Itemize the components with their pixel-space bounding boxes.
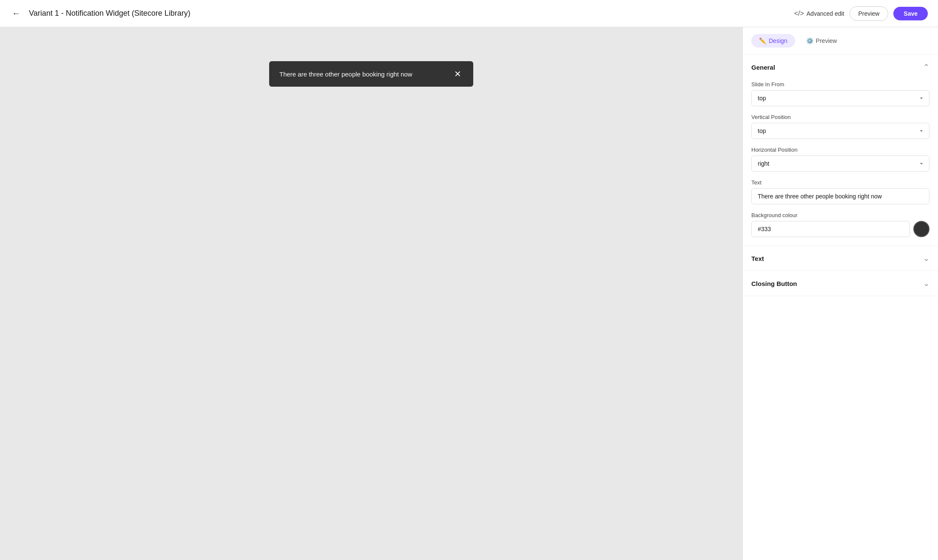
panel-tabs: ✏️ Design ⚙️ Preview	[743, 27, 938, 55]
header: ← Variant 1 - Notification Widget (Sitec…	[0, 0, 938, 27]
preview-button[interactable]: Preview	[850, 6, 889, 21]
tab-design[interactable]: ✏️ Design	[751, 34, 795, 48]
horizontal-position-label: Horizontal Position	[751, 147, 929, 153]
field-vertical-position: Vertical Position top bottom	[751, 114, 929, 139]
section-general-header[interactable]: General ⌃	[743, 55, 938, 79]
background-colour-input[interactable]	[751, 221, 910, 237]
header-right: </> Advanced edit Preview Save	[794, 6, 928, 21]
advanced-edit-label: Advanced edit	[807, 10, 844, 17]
canvas-area: There are three other people booking rig…	[0, 27, 742, 560]
main-layout: There are three other people booking rig…	[0, 27, 938, 560]
preview-icon: ⚙️	[806, 37, 813, 44]
tab-design-label: Design	[769, 37, 787, 44]
field-horizontal-position: Horizontal Position left center right	[751, 147, 929, 172]
advanced-edit-button[interactable]: </> Advanced edit	[794, 10, 844, 17]
header-left: ← Variant 1 - Notification Widget (Sitec…	[10, 7, 190, 20]
chevron-up-icon: ⌃	[923, 62, 929, 72]
section-closing-button-header[interactable]: Closing Button ⌄	[743, 271, 938, 296]
notification-widget: There are three other people booking rig…	[269, 61, 473, 87]
field-slide-in-from: Slide In From top bottom left right	[751, 81, 929, 106]
section-text: Text ⌄	[743, 246, 938, 271]
field-background-colour: Background colour	[751, 212, 929, 237]
section-general: General ⌃ Slide In From top bottom left …	[743, 55, 938, 246]
section-text-title: Text	[751, 255, 764, 262]
color-swatch[interactable]	[913, 221, 929, 237]
text-field-label: Text	[751, 179, 929, 186]
text-input[interactable]	[751, 188, 929, 204]
section-closing-button: Closing Button ⌄	[743, 271, 938, 296]
field-text: Text	[751, 179, 929, 204]
page-title: Variant 1 - Notification Widget (Sitecor…	[29, 9, 190, 18]
background-colour-label: Background colour	[751, 212, 929, 218]
horizontal-position-select[interactable]: left center right	[751, 156, 929, 172]
slide-in-from-label: Slide In From	[751, 81, 929, 88]
general-form-body: Slide In From top bottom left right Vert…	[743, 79, 938, 246]
design-icon: ✏️	[759, 37, 766, 44]
back-button[interactable]: ←	[10, 7, 22, 20]
slide-in-from-select[interactable]: top bottom left right	[751, 90, 929, 106]
section-text-header[interactable]: Text ⌄	[743, 246, 938, 271]
color-field-row	[751, 221, 929, 237]
tab-preview[interactable]: ⚙️ Preview	[799, 34, 845, 48]
tab-preview-label: Preview	[816, 37, 837, 44]
notification-close-button[interactable]: ✕	[452, 69, 463, 79]
section-general-title: General	[751, 64, 775, 71]
notification-text: There are three other people booking rig…	[279, 71, 446, 78]
save-button[interactable]: Save	[893, 7, 928, 20]
vertical-position-label: Vertical Position	[751, 114, 929, 120]
vertical-position-select[interactable]: top bottom	[751, 123, 929, 139]
right-panel: ✏️ Design ⚙️ Preview General ⌃ Slide In …	[742, 27, 938, 560]
section-closing-button-title: Closing Button	[751, 280, 797, 287]
chevron-down-icon-closing: ⌄	[923, 279, 929, 288]
code-icon: </>	[794, 10, 804, 17]
chevron-down-icon-text: ⌄	[923, 254, 929, 263]
